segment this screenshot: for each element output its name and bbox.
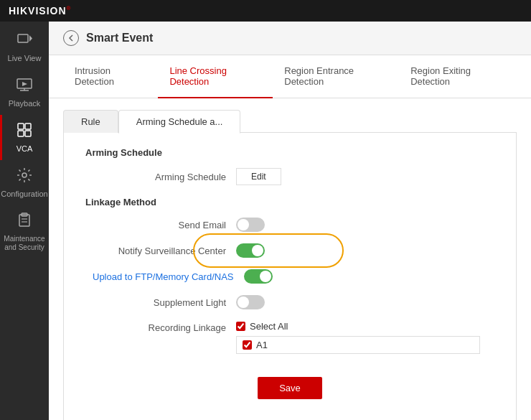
upload-toggle[interactable] <box>244 269 273 284</box>
save-button[interactable]: Save <box>258 377 322 399</box>
svg-rect-9 <box>25 131 31 136</box>
sub-tabs: Rule Arming Schedule a... <box>63 110 517 133</box>
sidebar: Live View Playback VCA Configuration Mai… <box>0 22 49 420</box>
sidebar-item-vca[interactable]: VCA <box>0 115 49 160</box>
notify-slider <box>236 243 265 258</box>
a1-item: A1 <box>243 340 474 350</box>
vca-icon <box>17 122 32 141</box>
send-email-label: Send Email <box>93 220 236 230</box>
select-all-item: Select All <box>236 321 480 332</box>
svg-marker-1 <box>29 35 32 42</box>
sidebar-item-maintenance[interactable]: Maintenanceand Security <box>0 205 49 259</box>
arming-schedule-title: Arming Schedule <box>85 147 494 158</box>
live-view-icon <box>17 32 32 51</box>
save-row: Save <box>85 365 494 406</box>
notify-row: Notify Surveillance Center <box>85 243 494 258</box>
svg-rect-8 <box>18 131 24 136</box>
select-all-checkbox[interactable] <box>236 322 245 331</box>
upload-label[interactable]: Upload to FTP/Memory Card/NAS <box>93 271 244 282</box>
supplement-slider <box>236 295 265 309</box>
page-header: Smart Event <box>49 22 531 55</box>
sidebar-item-configuration[interactable]: Configuration <box>0 160 49 205</box>
send-email-row: Send Email <box>85 218 494 232</box>
recording-linkage-label: Recording Linkage <box>93 321 236 333</box>
main-tabs: Intrusion Detection Line Crossing Detect… <box>49 55 531 98</box>
tab-content: Rule Arming Schedule a... Arming Schedul… <box>49 98 531 420</box>
svg-rect-0 <box>18 34 28 42</box>
tab-intrusion[interactable]: Intrusion Detection <box>63 55 158 98</box>
send-email-slider <box>236 218 265 232</box>
sub-tab-rule[interactable]: Rule <box>63 110 118 133</box>
svg-rect-7 <box>25 123 31 129</box>
supplement-toggle[interactable] <box>236 295 265 309</box>
main-content: Smart Event Intrusion Detection Line Cro… <box>49 22 531 420</box>
tab-region-entrance[interactable]: Region Entrance Detection <box>273 55 399 98</box>
top-bar: HIKVISION® <box>0 0 531 22</box>
sub-tab-arming[interactable]: Arming Schedule a... <box>118 110 241 134</box>
playback-icon <box>17 77 32 96</box>
recording-linkage-row: Recording Linkage Select All A1 <box>85 321 494 354</box>
a1-checkbox[interactable] <box>243 340 252 350</box>
back-button[interactable] <box>63 30 79 46</box>
svg-marker-5 <box>22 82 27 86</box>
notify-label: Notify Surveillance Center <box>93 246 236 256</box>
configuration-icon <box>17 167 32 187</box>
a1-container: A1 <box>236 336 480 354</box>
svg-point-10 <box>22 173 27 177</box>
tab-line-crossing[interactable]: Line Crossing Detection <box>158 55 273 98</box>
sidebar-item-live-view-label: Live View <box>8 54 42 62</box>
supplement-row: Supplement Light <box>85 295 494 309</box>
supplement-label: Supplement Light <box>93 297 236 308</box>
send-email-toggle[interactable] <box>236 218 265 232</box>
upload-slider <box>244 269 273 284</box>
sidebar-item-configuration-label: Configuration <box>1 190 47 198</box>
sidebar-item-live-view[interactable]: Live View <box>0 24 49 70</box>
recording-options: Select All A1 <box>236 321 480 354</box>
arming-schedule-label: Arming Schedule <box>93 172 236 182</box>
tab-region-exiting[interactable]: Region Exiting Detection <box>399 55 517 98</box>
sidebar-item-playback-label: Playback <box>9 99 41 108</box>
svg-rect-6 <box>18 123 24 129</box>
logo: HIKVISION® <box>9 5 71 17</box>
select-all-label: Select All <box>250 321 288 332</box>
sidebar-item-maintenance-label: Maintenanceand Security <box>4 235 44 252</box>
sidebar-item-playback[interactable]: Playback <box>0 70 49 115</box>
sidebar-item-vca-label: VCA <box>17 144 33 153</box>
notify-toggle[interactable] <box>236 243 265 258</box>
upload-row: Upload to FTP/Memory Card/NAS <box>85 269 494 284</box>
sub-content: Arming Schedule Arming Schedule Edit Lin… <box>63 133 517 420</box>
a1-label: A1 <box>256 340 268 350</box>
maintenance-icon <box>17 213 32 232</box>
linkage-method-title: Linkage Method <box>85 197 494 207</box>
arming-schedule-row: Arming Schedule Edit <box>85 168 494 185</box>
page-title: Smart Event <box>86 32 153 45</box>
edit-button[interactable]: Edit <box>236 168 281 185</box>
notify-toggle-wrapper <box>236 243 265 258</box>
